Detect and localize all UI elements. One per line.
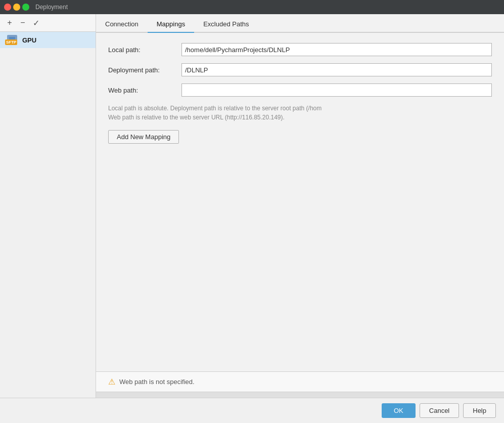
- tabs-bar: Connection Mappings Excluded Paths: [96, 14, 504, 33]
- web-path-input[interactable]: [181, 83, 492, 97]
- warning-message: Web path is not specified.: [119, 378, 195, 386]
- close-button[interactable]: [4, 4, 11, 11]
- hint-text: Local path is absolute. Deployment path …: [108, 104, 492, 122]
- web-path-row: Web path:: [108, 83, 492, 97]
- confirm-server-button[interactable]: ✓: [30, 17, 41, 28]
- local-path-label: Local path:: [108, 46, 181, 54]
- local-path-input[interactable]: [181, 43, 492, 56]
- sftp-icon: SFTP: [5, 35, 19, 45]
- footer-bar: OK Cancel Help: [0, 398, 504, 423]
- deployment-path-input[interactable]: [181, 63, 492, 76]
- add-server-button[interactable]: +: [4, 17, 15, 28]
- sftp-label: SFTP: [5, 39, 17, 45]
- server-list: SFTP GPU: [0, 32, 96, 398]
- tab-connection[interactable]: Connection: [96, 16, 148, 32]
- server-name: GPU: [22, 36, 36, 44]
- content-area: Connection Mappings Excluded Paths Local…: [96, 14, 504, 398]
- tab-mappings[interactable]: Mappings: [148, 16, 194, 32]
- deployment-path-label: Deployment path:: [108, 66, 181, 74]
- warning-bar: ⚠ Web path is not specified.: [96, 371, 504, 392]
- scroll-indicator: [96, 392, 504, 398]
- local-path-row: Local path:: [108, 43, 492, 56]
- minimize-button[interactable]: [13, 4, 20, 11]
- maximize-button[interactable]: [22, 4, 29, 11]
- cancel-button[interactable]: Cancel: [420, 403, 459, 418]
- form-area: Local path: Deployment path: Web path: L…: [96, 33, 504, 371]
- ok-button[interactable]: OK: [382, 403, 416, 418]
- window-title: Deployment: [35, 4, 68, 11]
- help-button[interactable]: Help: [463, 403, 496, 418]
- web-path-label: Web path:: [108, 87, 181, 94]
- sidebar: + − ✓ SFTP GPU: [0, 14, 96, 398]
- deployment-path-row: Deployment path:: [108, 63, 492, 76]
- window-controls[interactable]: [4, 4, 29, 11]
- sidebar-toolbar: + − ✓: [0, 14, 96, 32]
- add-mapping-button[interactable]: Add New Mapping: [108, 130, 179, 144]
- remove-server-button[interactable]: −: [17, 17, 28, 28]
- warning-icon: ⚠: [108, 377, 115, 387]
- sidebar-item-gpu[interactable]: SFTP GPU: [0, 32, 96, 48]
- tab-excluded-paths[interactable]: Excluded Paths: [194, 16, 258, 32]
- main-layout: + − ✓ SFTP GPU Connection Mappings: [0, 14, 504, 398]
- title-bar: Deployment: [0, 0, 504, 14]
